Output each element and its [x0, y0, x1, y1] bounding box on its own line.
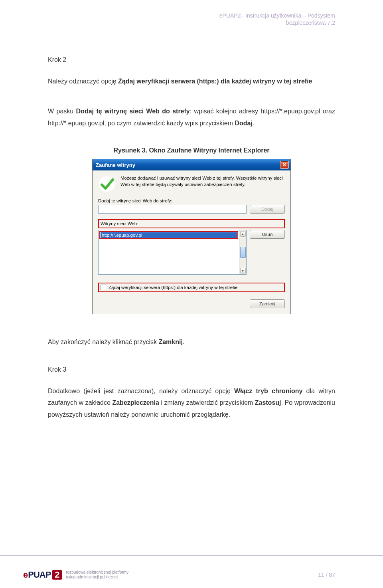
- p1-b: Żądaj weryfikacji serwera (https:) dla k…: [118, 78, 312, 85]
- logo-e: e: [23, 570, 28, 580]
- epuap-logo: ePUAP2: [22, 569, 63, 581]
- require-https-checkbox[interactable]: [101, 285, 106, 290]
- add-website-label: Dodaj tę witrynę sieci Web do strefy:: [98, 198, 285, 203]
- p2-d: Dodaj: [235, 120, 252, 127]
- dialog-titlebar: Zaufane witryny ✕: [93, 159, 290, 170]
- header-line1: ePUAP2– Instrukcja użytkownika – Podsyst…: [48, 12, 335, 19]
- page-number: 11 / 87: [318, 572, 335, 578]
- p4-e: i zmiany zatwierdzić przyciskiem: [159, 399, 255, 406]
- checkmark-icon: [98, 175, 116, 193]
- p3-a: Aby zakończyć należy kliknąć przycisk: [48, 339, 158, 345]
- krok2-heading: Krok 2: [48, 56, 335, 63]
- figure-caption: Rysunek 3. Okno Zaufane Witryny Internet…: [48, 147, 335, 154]
- logo-2: 2: [52, 570, 62, 580]
- scroll-thumb[interactable]: [240, 247, 246, 258]
- logo-sub1: rozbudowa elektronicznej platformy: [66, 570, 128, 574]
- listbox-row: http://*.epuap.gov.pl ▲ ▼: [98, 230, 285, 275]
- p2-e: .: [253, 120, 254, 127]
- para-3: Aby zakończyć należy kliknąć przycisk Za…: [48, 336, 335, 348]
- footer-logo: ePUAP2 rozbudowa elektronicznej platform…: [22, 569, 128, 581]
- para-2: W pasku Dodaj tę witrynę sieci Web do st…: [48, 105, 335, 129]
- logo-subtitle: rozbudowa elektronicznej platformy usług…: [66, 570, 128, 580]
- dialog-title: Zaufane witryny: [96, 162, 135, 168]
- p3-b: Zamknij: [158, 339, 182, 345]
- close-icon[interactable]: ✕: [280, 161, 289, 169]
- dialog-bottom-row: Zamknij: [98, 299, 285, 308]
- dialog-info-row: Możesz dodawać i usuwać witryny sieci We…: [98, 175, 285, 193]
- scroll-down-icon[interactable]: ▼: [240, 268, 246, 273]
- para-1: Należy odznaczyć opcję Żądaj weryfikacji…: [48, 75, 335, 87]
- dialog-figure: Zaufane witryny ✕ Możesz dodawać i usuwa…: [48, 159, 335, 314]
- para-4: Dodatkowo (jeżeli jest zaznaczona), nale…: [48, 385, 335, 421]
- remove-button[interactable]: Usuń: [250, 230, 285, 239]
- dialog-body: Możesz dodawać i usuwać witryny sieci We…: [93, 170, 290, 314]
- p4-d: Zabezpieczenia: [112, 399, 159, 406]
- krok3-heading: Krok 3: [48, 366, 335, 373]
- content: Krok 2 Należy odznaczyć opcję Żądaj wery…: [48, 56, 335, 420]
- p4-a: Dodatkowo (jeżeli jest zaznaczona), nale…: [48, 388, 234, 394]
- require-https-label: Żądaj weryfikacji serwera (https:) dla k…: [109, 285, 237, 290]
- list-item[interactable]: http://*.epuap.gov.pl: [101, 232, 237, 238]
- add-button[interactable]: Dodaj: [250, 205, 285, 214]
- logo-puap: PUAP: [28, 570, 51, 580]
- list-label: Witryny sieci Web:: [101, 221, 282, 226]
- websites-listbox[interactable]: http://*.epuap.gov.pl ▲ ▼: [98, 230, 247, 275]
- page-header: ePUAP2– Instrukcja użytkownika – Podsyst…: [48, 12, 335, 26]
- scroll-up-icon[interactable]: ▲: [240, 231, 246, 237]
- add-website-input[interactable]: [98, 205, 247, 214]
- p2-a: W pasku: [48, 108, 76, 115]
- close-button[interactable]: Zamknij: [250, 299, 285, 308]
- p1-a: Należy odznaczyć opcję: [48, 78, 118, 85]
- dialog-info-text: Możesz dodawać i usuwać witryny sieci We…: [120, 175, 285, 193]
- add-row: Dodaj: [98, 205, 285, 214]
- p3-c: .: [183, 339, 184, 345]
- dialog: Zaufane witryny ✕ Możesz dodawać i usuwa…: [92, 159, 291, 314]
- header-line2: bezpieczeństwa 7.2: [48, 19, 335, 26]
- logo-sub2: usług administracji publicznej: [66, 575, 118, 579]
- page-footer: ePUAP2 rozbudowa elektronicznej platform…: [0, 555, 383, 588]
- highlight-box-list-label: Witryny sieci Web:: [98, 219, 285, 228]
- scrollbar[interactable]: ▲ ▼: [239, 230, 246, 274]
- p4-f: Zastosuj: [255, 399, 281, 406]
- p2-b: Dodaj tę witrynę sieci Web do strefy: [76, 108, 190, 115]
- highlight-box-checkbox: Żądaj weryfikacji serwera (https:) dla k…: [98, 283, 285, 292]
- p4-b: Włącz tryb chroniony: [234, 388, 302, 394]
